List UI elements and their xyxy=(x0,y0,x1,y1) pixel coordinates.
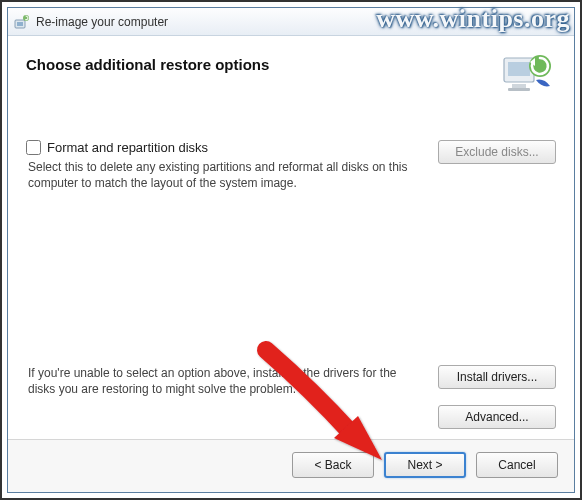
format-section: Format and repartition disks Select this… xyxy=(26,140,556,191)
install-drivers-button[interactable]: Install drivers... xyxy=(438,365,556,389)
wizard-window: Re-image your computer Choose additional… xyxy=(7,7,575,493)
header-row: Choose additional restore options xyxy=(26,50,556,100)
svg-rect-1 xyxy=(17,22,23,26)
format-checkbox[interactable] xyxy=(26,140,41,155)
format-checkbox-row[interactable]: Format and repartition disks xyxy=(26,140,424,155)
format-checkbox-label: Format and repartition disks xyxy=(47,140,208,155)
content-area: Choose additional restore options xyxy=(8,36,574,439)
reimage-icon xyxy=(14,14,30,30)
svg-rect-6 xyxy=(512,84,526,88)
page-heading: Choose additional restore options xyxy=(26,56,269,73)
exclude-disks-button: Exclude disks... xyxy=(438,140,556,164)
window-title: Re-image your computer xyxy=(36,15,168,29)
back-button[interactable]: < Back xyxy=(292,452,374,478)
restore-computer-icon xyxy=(500,50,556,100)
next-button[interactable]: Next > xyxy=(384,452,466,478)
svg-rect-5 xyxy=(508,62,530,76)
format-description: Select this to delete any existing parti… xyxy=(26,159,424,191)
drivers-section: If you're unable to select an option abo… xyxy=(26,365,556,429)
svg-rect-7 xyxy=(508,88,530,91)
titlebar: Re-image your computer xyxy=(8,8,574,36)
drivers-description: If you're unable to select an option abo… xyxy=(26,365,424,397)
wizard-footer: < Back Next > Cancel xyxy=(8,439,574,492)
advanced-button[interactable]: Advanced... xyxy=(438,405,556,429)
cancel-button[interactable]: Cancel xyxy=(476,452,558,478)
screenshot-frame: Re-image your computer Choose additional… xyxy=(0,0,582,500)
